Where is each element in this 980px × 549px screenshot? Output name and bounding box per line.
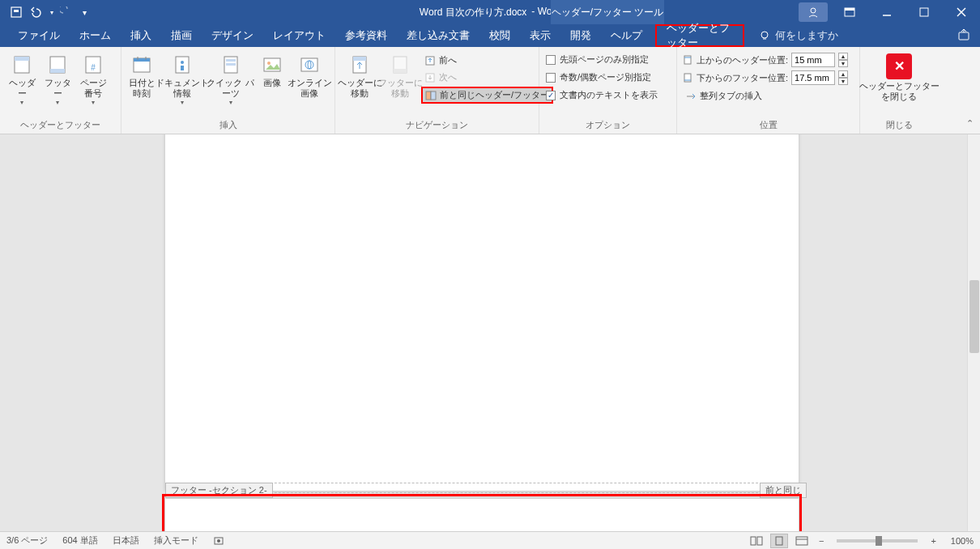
- calendar-icon: [130, 53, 153, 76]
- online-pictures-button[interactable]: オンライン 画像: [289, 50, 330, 99]
- maximize-icon[interactable]: [905, 0, 943, 24]
- svg-rect-38: [426, 92, 431, 100]
- close-icon[interactable]: [943, 0, 980, 24]
- language-indicator[interactable]: 日本語: [113, 534, 139, 547]
- group-label-insert: 挿入: [126, 117, 330, 134]
- footer-position-input[interactable]: [791, 70, 835, 85]
- svg-point-1: [811, 8, 816, 13]
- previous-button[interactable]: 前へ: [421, 53, 553, 68]
- footer-icon: [46, 53, 69, 76]
- tab-review[interactable]: 校閲: [479, 24, 520, 47]
- tab-file[interactable]: ファイル: [8, 24, 70, 47]
- svg-rect-50: [796, 537, 807, 545]
- tab-design[interactable]: デザイン: [202, 24, 263, 47]
- quick-parts-icon: [219, 53, 242, 76]
- doc-info-button[interactable]: ドキュメント 情報▾: [160, 50, 205, 107]
- macro-record-icon[interactable]: [213, 535, 224, 547]
- footer-position-field[interactable]: 下からのフッター位置: ▲▼: [682, 70, 848, 85]
- collapse-ribbon-icon[interactable]: ⌃: [966, 118, 974, 129]
- close-hf-icon: ✕: [886, 53, 912, 79]
- header-button[interactable]: ヘッダー▾: [5, 50, 39, 107]
- previous-icon: [424, 55, 436, 66]
- pictures-button[interactable]: 画像: [256, 50, 288, 88]
- title-bar: ▾ ▾ Word 目次の作り方.docx - Word ヘッダー/フッター ツー…: [0, 0, 980, 24]
- tab-header-footer[interactable]: ヘッダーとフッター: [655, 24, 744, 47]
- web-layout-icon[interactable]: [793, 534, 811, 548]
- print-layout-icon[interactable]: [770, 534, 788, 548]
- quick-parts-button[interactable]: クイック パーツ▾: [207, 50, 254, 107]
- page-indicator[interactable]: 3/6 ページ: [6, 534, 48, 547]
- svg-rect-35: [394, 69, 407, 73]
- spin-up-icon[interactable]: ▲: [838, 53, 848, 60]
- odd-even-checkbox[interactable]: 奇数/偶数ページ別指定: [544, 70, 659, 84]
- contextual-tool-label: ヘッダー/フッター ツール: [551, 0, 664, 24]
- link-previous-icon: [425, 90, 437, 101]
- tab-help[interactable]: ヘルプ: [601, 24, 652, 47]
- first-page-checkbox[interactable]: 先頭ページのみ別指定: [544, 53, 659, 66]
- tab-draw[interactable]: 描画: [161, 24, 202, 47]
- group-label-options: オプション: [544, 117, 671, 134]
- tab-home[interactable]: ホーム: [70, 24, 121, 47]
- group-label-nav: ナビゲーション: [340, 117, 534, 134]
- page[interactable]: [165, 134, 799, 491]
- svg-rect-49: [776, 537, 782, 545]
- scrollbar-thumb[interactable]: [969, 280, 979, 353]
- goto-footer-button: フッターに 移動: [381, 50, 420, 99]
- tab-mailings[interactable]: 差し込み文書: [397, 24, 479, 47]
- date-time-button[interactable]: 日付と 時刻: [126, 50, 158, 99]
- ribbon-display-icon[interactable]: [831, 0, 868, 24]
- tab-insert[interactable]: 挿入: [121, 24, 161, 47]
- online-picture-icon: [298, 53, 321, 76]
- group-label-position: 位置: [682, 117, 854, 134]
- tab-layout[interactable]: レイアウト: [263, 24, 335, 47]
- svg-rect-48: [757, 537, 762, 545]
- document-area: フッター -セクション 2- 前と同じ 3↩ ↩ ↩: [0, 134, 980, 531]
- insert-mode-indicator[interactable]: 挿入モード: [154, 534, 198, 547]
- tab-references[interactable]: 参考資料: [335, 24, 397, 47]
- next-button[interactable]: 次へ: [421, 70, 553, 85]
- align-tab-icon: [685, 91, 697, 102]
- zoom-level[interactable]: 100%: [951, 536, 974, 546]
- qat-customize-icon[interactable]: ▾: [83, 8, 87, 17]
- page[interactable]: ↩: [165, 499, 799, 531]
- zoom-in-icon[interactable]: +: [927, 536, 939, 546]
- status-bar: 3/6 ページ 604 単語 日本語 挿入モード − + 100%: [0, 531, 980, 549]
- page-number-button[interactable]: # ページ 番号▾: [76, 50, 110, 107]
- ribbon: ヘッダー▾ フッター▾ # ページ 番号▾ ヘッダーとフッター 日付と 時刻 ド…: [0, 47, 980, 134]
- redo-icon[interactable]: [60, 6, 73, 18]
- share-icon[interactable]: [957, 24, 972, 47]
- vertical-scrollbar[interactable]: [967, 134, 980, 531]
- undo-icon[interactable]: [29, 6, 44, 18]
- svg-rect-10: [959, 32, 969, 40]
- tab-view[interactable]: 表示: [520, 24, 560, 47]
- close-header-footer-button[interactable]: ✕ ヘッダーとフッター を閉じる: [865, 50, 933, 102]
- word-count[interactable]: 604 単語: [62, 534, 97, 547]
- zoom-slider-handle[interactable]: [876, 536, 882, 546]
- next-icon: [424, 72, 436, 83]
- group-label-hf: ヘッダーとフッター: [5, 117, 116, 134]
- insert-align-tab-button[interactable]: 整列タブの挿入: [682, 88, 848, 104]
- quick-access-toolbar: ▾ ▾: [0, 6, 87, 19]
- zoom-out-icon[interactable]: −: [816, 536, 827, 546]
- zoom-slider[interactable]: [837, 539, 918, 543]
- goto-header-button[interactable]: ヘッダーに 移動: [340, 50, 379, 99]
- undo-dropdown-icon[interactable]: ▾: [50, 9, 53, 16]
- account-icon[interactable]: [799, 2, 828, 22]
- tell-me-search[interactable]: 何をしますか: [759, 24, 838, 47]
- read-mode-icon[interactable]: [748, 534, 765, 548]
- header-position-input[interactable]: [791, 53, 835, 67]
- tab-developer[interactable]: 開発: [560, 24, 601, 47]
- spin-down-icon[interactable]: ▼: [838, 78, 848, 85]
- ribbon-tabs: ファイル ホーム 挿入 描画 デザイン レイアウト 参考資料 差し込み文書 校閲…: [0, 24, 980, 47]
- spin-down-icon[interactable]: ▼: [838, 60, 848, 67]
- header-icon: [11, 53, 33, 76]
- autosave-icon[interactable]: [10, 6, 23, 19]
- footer-button[interactable]: フッター▾: [40, 50, 75, 107]
- minimize-icon[interactable]: [868, 0, 905, 24]
- svg-rect-12: [15, 57, 29, 61]
- link-to-previous-button[interactable]: 前と同じヘッダー/フッター: [421, 87, 553, 104]
- spin-up-icon[interactable]: ▲: [838, 70, 848, 78]
- header-position-field[interactable]: 上からのヘッダー位置: ▲▼: [682, 53, 848, 67]
- show-text-checkbox[interactable]: ✓文書内のテキストを表示: [544, 88, 659, 102]
- svg-rect-33: [353, 57, 366, 61]
